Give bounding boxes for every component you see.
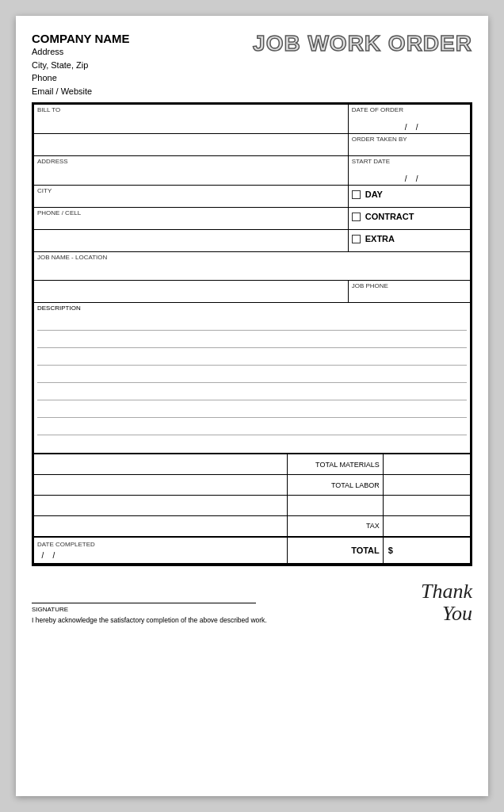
page-header: COMPANY NAME Address City, State, Zip Ph… bbox=[32, 32, 472, 98]
desc-line-1[interactable] bbox=[37, 313, 467, 331]
extra-checkbox-cell[interactable]: EXTRA bbox=[348, 230, 470, 252]
day-label: DAY bbox=[365, 190, 383, 199]
company-email-website: Email / Website bbox=[32, 85, 130, 98]
row-bill-to: BILL TO DATE OF ORDER / / bbox=[34, 105, 471, 134]
row-order-taken: ORDER TAKEN BY bbox=[34, 134, 471, 156]
day-checkbox-cell[interactable]: DAY bbox=[348, 186, 470, 208]
order-taken-by-label: ORDER TAKEN BY bbox=[352, 136, 467, 143]
start-date-label: START DATE bbox=[352, 158, 467, 165]
company-city-state-zip: City, State, Zip bbox=[32, 59, 130, 72]
empty-row-1 bbox=[34, 496, 471, 516]
description-section: DESCRIPTION bbox=[33, 303, 471, 454]
contract-checkbox-item[interactable]: CONTRACT bbox=[352, 209, 467, 224]
date-completed-label: DATE COMPLETED bbox=[37, 541, 284, 548]
desc-line-2[interactable] bbox=[37, 331, 467, 348]
date-of-order-value[interactable]: / / bbox=[352, 121, 467, 132]
phone-cell[interactable]: PHONE / CELL bbox=[34, 208, 349, 230]
totals-table: TOTAL MATERIALS TOTAL LABOR TAX bbox=[33, 454, 471, 565]
job-name-sub-cell[interactable] bbox=[34, 281, 349, 303]
bottom-section: SIGNATURE I hereby acknowledge the satis… bbox=[32, 580, 472, 626]
order-taken-by-cell: ORDER TAKEN BY bbox=[348, 134, 470, 156]
desc-line-8[interactable] bbox=[37, 435, 467, 453]
total-final-value[interactable]: $ bbox=[383, 537, 470, 564]
job-name-cell[interactable]: JOB NAME - LOCATION bbox=[34, 252, 471, 281]
signature-line[interactable] bbox=[32, 603, 256, 603]
job-phone-cell[interactable]: JOB PHONE bbox=[348, 281, 470, 303]
tax-value[interactable] bbox=[383, 516, 470, 537]
tax-desc[interactable] bbox=[34, 516, 288, 537]
description-label: DESCRIPTION bbox=[34, 303, 470, 313]
row-city: CITY DAY bbox=[34, 186, 471, 208]
total-materials-value[interactable] bbox=[383, 454, 470, 475]
form-table: BILL TO DATE OF ORDER / / ORDER TAKEN BY… bbox=[33, 104, 471, 303]
row-job-name: JOB NAME - LOCATION bbox=[34, 252, 471, 281]
thank-you-line2: You bbox=[421, 603, 472, 626]
contract-label: CONTRACT bbox=[365, 212, 414, 221]
bill-to-cell[interactable]: BILL TO bbox=[34, 105, 349, 134]
date-completed-value[interactable]: / / bbox=[37, 551, 284, 560]
description-lines[interactable] bbox=[34, 313, 470, 453]
day-checkbox[interactable] bbox=[352, 190, 361, 199]
date-of-order-label: DATE OF ORDER bbox=[352, 106, 467, 113]
empty-cell-1[interactable] bbox=[34, 496, 288, 516]
company-name: COMPANY NAME bbox=[32, 32, 130, 45]
company-phone: Phone bbox=[32, 71, 130, 85]
empty-cell-2 bbox=[287, 496, 383, 516]
company-address: Address bbox=[32, 45, 130, 59]
total-materials-row: TOTAL MATERIALS bbox=[34, 454, 471, 475]
total-final-row: DATE COMPLETED / / TOTAL $ bbox=[34, 537, 471, 564]
total-materials-desc[interactable] bbox=[34, 454, 288, 475]
main-form: BILL TO DATE OF ORDER / / ORDER TAKEN BY… bbox=[32, 102, 472, 566]
bill-to-label: BILL TO bbox=[37, 106, 345, 113]
row-phone: PHONE / CELL CONTRACT bbox=[34, 208, 471, 230]
tax-row: TAX bbox=[34, 516, 471, 537]
empty-cell-3[interactable] bbox=[383, 496, 470, 516]
desc-line-5[interactable] bbox=[37, 383, 467, 400]
total-materials-label: TOTAL MATERIALS bbox=[287, 454, 383, 475]
row-phone-extra: EXTRA bbox=[34, 230, 471, 252]
total-final-label: TOTAL bbox=[287, 537, 383, 564]
start-date-value[interactable]: / / bbox=[352, 173, 467, 183]
row-address: ADDRESS START DATE / / bbox=[34, 156, 471, 186]
total-labor-label: TOTAL LABOR bbox=[287, 475, 383, 496]
date-completed-cell[interactable]: DATE COMPLETED / / bbox=[34, 537, 288, 564]
job-work-order-title: JOB WORK ORDER bbox=[253, 32, 472, 56]
contract-checkbox-cell[interactable]: CONTRACT bbox=[348, 208, 470, 230]
start-date-cell: START DATE / / bbox=[348, 156, 470, 186]
city-label: CITY bbox=[37, 187, 345, 194]
day-checkbox-item[interactable]: DAY bbox=[352, 187, 467, 201]
desc-line-6[interactable] bbox=[37, 400, 467, 418]
job-name-location-label: JOB NAME - LOCATION bbox=[37, 254, 467, 261]
job-phone-label: JOB PHONE bbox=[352, 282, 467, 289]
address-label: ADDRESS bbox=[37, 158, 345, 165]
signature-area: SIGNATURE I hereby acknowledge the satis… bbox=[32, 603, 421, 626]
row-job-phone: JOB PHONE bbox=[34, 281, 471, 303]
city-cell[interactable]: CITY bbox=[34, 186, 349, 208]
signature-label: SIGNATURE bbox=[32, 606, 405, 613]
phone-cell-label: PHONE / CELL bbox=[37, 209, 345, 216]
total-labor-desc[interactable] bbox=[34, 475, 288, 496]
thank-you-text: Thank You bbox=[421, 580, 472, 626]
date-of-order-cell: DATE OF ORDER / / bbox=[348, 105, 470, 134]
extra-checkbox-item[interactable]: EXTRA bbox=[352, 232, 467, 246]
phone-cell-2[interactable] bbox=[34, 230, 349, 252]
total-labor-value[interactable] bbox=[383, 475, 470, 496]
desc-line-7[interactable] bbox=[37, 418, 467, 435]
total-labor-row: TOTAL LABOR bbox=[34, 475, 471, 496]
address-cell[interactable]: ADDRESS bbox=[34, 156, 349, 186]
extra-checkbox[interactable] bbox=[352, 235, 361, 243]
desc-line-3[interactable] bbox=[37, 348, 467, 366]
tax-label: TAX bbox=[287, 516, 383, 537]
thank-you-line1: Thank bbox=[421, 580, 472, 603]
company-info: COMPANY NAME Address City, State, Zip Ph… bbox=[32, 32, 130, 98]
bill-to-cell-2[interactable] bbox=[34, 134, 349, 156]
desc-line-4[interactable] bbox=[37, 366, 467, 383]
extra-label: EXTRA bbox=[365, 234, 395, 243]
contract-checkbox[interactable] bbox=[352, 213, 361, 221]
acknowledgement-text: I hereby acknowledge the satisfactory co… bbox=[32, 616, 405, 626]
